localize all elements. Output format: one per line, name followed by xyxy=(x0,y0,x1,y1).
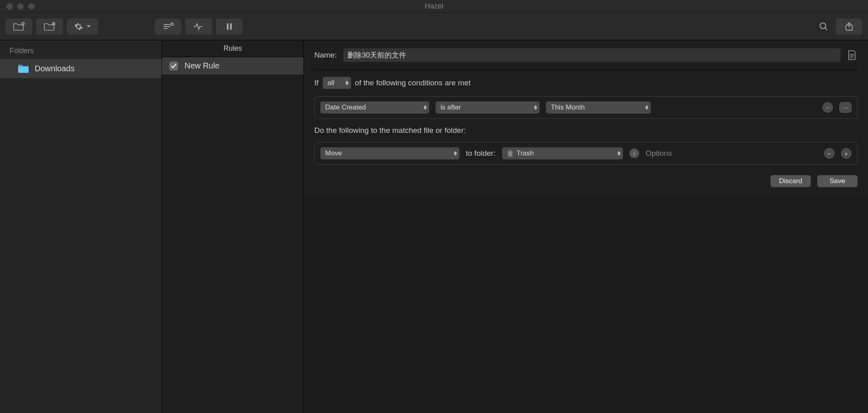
svg-rect-3 xyxy=(227,23,228,30)
share-button[interactable] xyxy=(836,19,862,35)
note-icon xyxy=(847,50,856,60)
action-verb-select[interactable]: Move xyxy=(320,147,459,159)
condition-value-select[interactable]: This Month xyxy=(546,101,651,114)
folder-minus-icon xyxy=(44,22,56,31)
pause-button[interactable] xyxy=(216,19,243,35)
main-content: Folders Downloads Rules New Rule Name: xyxy=(0,40,868,413)
chevron-down-icon xyxy=(86,25,91,28)
rules-header: Rules xyxy=(162,40,303,57)
add-folder-button[interactable] xyxy=(6,19,32,35)
rule-editor: Name: If all of the following conditions… xyxy=(304,40,868,413)
editor-empty-area xyxy=(304,195,868,413)
titlebar: Hazel xyxy=(0,0,868,13)
rule-name-input[interactable] xyxy=(343,48,841,62)
folders-header: Folders xyxy=(0,40,162,59)
actions-header: Do the following to the matched file or … xyxy=(314,126,858,135)
folder-plus-icon xyxy=(13,22,25,31)
name-label: Name: xyxy=(314,51,338,60)
window-title: Hazel xyxy=(425,2,443,10)
condition-value: This Month xyxy=(551,103,585,112)
rule-notes-button[interactable] xyxy=(846,50,858,61)
svg-point-5 xyxy=(820,23,826,29)
if-label: If xyxy=(314,78,319,87)
condition-comparator-select[interactable]: is after xyxy=(436,101,540,114)
share-icon xyxy=(844,22,854,31)
condition-options-button[interactable]: ⋯ xyxy=(839,102,851,113)
folder-item-downloads[interactable]: Downloads xyxy=(0,59,162,78)
condition-attribute-select[interactable]: Date Created xyxy=(320,101,429,114)
toolbar xyxy=(0,13,868,40)
add-rule-button[interactable] xyxy=(155,19,181,35)
rules-sidebar: Rules New Rule xyxy=(162,40,304,413)
remove-folder-button[interactable] xyxy=(36,19,63,35)
rule-enabled-checkbox[interactable] xyxy=(169,62,178,70)
minimize-window-button[interactable] xyxy=(17,3,24,10)
add-action-button[interactable]: + xyxy=(841,148,851,159)
activity-button[interactable] xyxy=(185,19,212,35)
if-suffix: of the following conditions are met xyxy=(355,78,471,87)
folder-label: Downloads xyxy=(35,64,75,73)
zoom-window-button[interactable] xyxy=(28,3,35,10)
pause-icon xyxy=(226,23,233,30)
discard-button[interactable]: Discard xyxy=(770,175,811,187)
to-folder-label: to folder: xyxy=(466,149,496,158)
activity-icon xyxy=(193,23,204,31)
svg-rect-4 xyxy=(230,23,232,30)
traffic-lights xyxy=(0,3,35,10)
remove-condition-button[interactable]: − xyxy=(822,102,833,113)
action-verb-value: Move xyxy=(325,149,342,157)
condition-row: Date Created is after This Month − ⋯ xyxy=(314,96,858,119)
search-button[interactable] xyxy=(816,19,832,35)
remove-action-button[interactable]: − xyxy=(824,148,835,159)
info-icon[interactable]: i xyxy=(629,149,639,158)
rule-item[interactable]: New Rule xyxy=(162,57,303,74)
rule-label: New Rule xyxy=(185,61,220,70)
match-type-select[interactable]: all xyxy=(323,77,351,89)
action-options-label[interactable]: Options xyxy=(646,149,672,158)
close-window-button[interactable] xyxy=(6,3,13,10)
settings-dropdown-button[interactable] xyxy=(67,19,98,35)
condition-match-line: If all of the following conditions are m… xyxy=(314,77,858,89)
condition-attribute-value: Date Created xyxy=(325,103,366,112)
action-row: Move to folder: Trash i Options − xyxy=(314,142,858,165)
condition-comparator-value: is after xyxy=(440,103,461,112)
match-type-value: all xyxy=(328,79,334,87)
destination-value: Trash xyxy=(517,149,534,157)
check-icon xyxy=(171,64,177,68)
folders-sidebar: Folders Downloads xyxy=(0,40,162,413)
save-button[interactable]: Save xyxy=(817,175,858,187)
gear-icon xyxy=(74,22,83,31)
search-icon xyxy=(819,22,829,31)
rule-plus-icon xyxy=(162,23,174,31)
folder-icon xyxy=(18,64,29,73)
trash-icon xyxy=(507,150,513,157)
destination-folder-select[interactable]: Trash xyxy=(502,147,623,159)
